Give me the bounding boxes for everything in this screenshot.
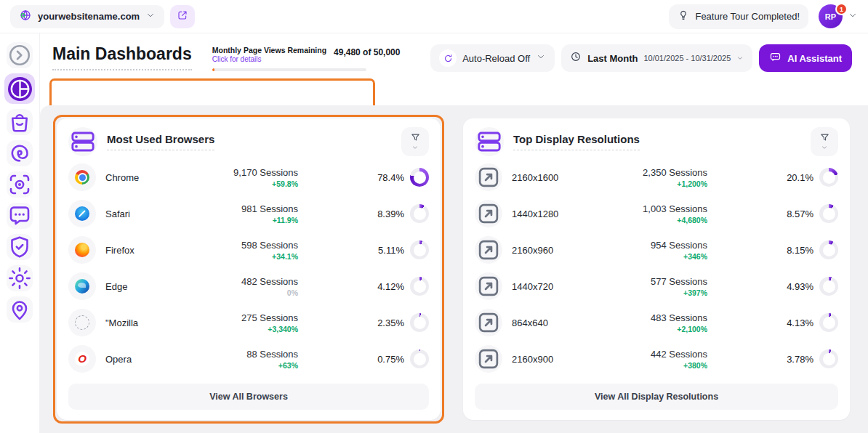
card-title: Top Display Resolutions: [513, 133, 640, 150]
row-icon-bubble: [68, 163, 96, 191]
sidebar-item-4[interactable]: [7, 171, 33, 198]
auto-reload-dropdown[interactable]: Auto-Reload Off: [430, 44, 555, 72]
collapse-arrow-icon: [7, 42, 33, 71]
user-menu[interactable]: RP 1: [819, 4, 858, 28]
percentage-value: 0.75%: [377, 354, 404, 365]
list-item[interactable]: Edge 482 Sessions 0% 4.12%: [68, 268, 429, 304]
spiral-icon: [7, 140, 33, 169]
sidebar-item-1[interactable]: [4, 73, 35, 104]
donut-chart: [410, 204, 429, 223]
percentage-value: 4.13%: [787, 317, 813, 328]
donut-chart: [410, 349, 429, 368]
list-item[interactable]: 1440x1280 1,003 Sessions +4,680% 8.57%: [475, 195, 838, 232]
sidebar-item-3[interactable]: [7, 140, 33, 166]
view-all-browsers-button[interactable]: View All Browsers: [68, 384, 429, 410]
percentage-value: 3.78%: [787, 354, 813, 365]
ai-assistant-button[interactable]: AI Assistant: [759, 44, 852, 72]
view-all-resolutions-button[interactable]: View All Display Resolutions: [475, 384, 838, 410]
sessions-value: 2,350 Sessions: [595, 167, 707, 178]
sidebar: [0, 33, 40, 433]
list-item[interactable]: Safari 981 Sessions +11.9% 8.39%: [68, 195, 429, 232]
delta-value: +1,200%: [595, 179, 707, 188]
external-link-icon: [177, 9, 188, 24]
row-icon-bubble: [68, 272, 96, 300]
row-name: 864x640: [512, 317, 548, 328]
donut-chart: [819, 349, 838, 368]
row-name: 2160x960: [512, 245, 553, 256]
row-name: Opera: [105, 354, 132, 365]
donut-chart: [819, 204, 838, 223]
open-site-button[interactable]: [170, 5, 195, 28]
sidebar-item-7[interactable]: [7, 265, 33, 291]
percentage-value: 8.15%: [787, 245, 813, 256]
sessions-value: 88 Sessions: [185, 349, 298, 360]
card-most-used-browsers: Most Used Browsers Chrome 9,170 Sessions…: [57, 118, 441, 420]
chrome-icon: [75, 170, 89, 185]
sessions-value: 442 Sessions: [595, 349, 707, 360]
filter-button[interactable]: [811, 127, 838, 156]
firefox-icon: [75, 243, 89, 257]
sessions-value: 275 Sessions: [185, 312, 298, 323]
percentage-value: 20.1%: [787, 172, 813, 183]
page-views-widget[interactable]: Monthly Page Views Remaining Click for d…: [212, 46, 401, 71]
row-name: "Mozilla: [105, 317, 138, 328]
percentage-value: 4.12%: [377, 281, 404, 292]
page-views-progress-bar: [212, 68, 366, 71]
site-selector[interactable]: yourwebsitename.com: [10, 5, 164, 28]
clock-icon: [570, 51, 582, 65]
row-name: 1440x1280: [512, 209, 558, 219]
globe-icon: [19, 9, 32, 25]
list-item[interactable]: 864x640 483 Sessions +2,100% 4.13%: [475, 304, 838, 341]
notification-badge: 1: [835, 3, 848, 15]
lightbulb-icon: [678, 9, 689, 24]
page-title: Main Dashboards: [52, 44, 192, 70]
row-icon-bubble: [68, 200, 96, 227]
feature-tour-badge[interactable]: Feature Tour Completed!: [669, 4, 808, 29]
list-item[interactable]: Chrome 9,170 Sessions +59.8% 78.4%: [68, 159, 429, 195]
row-icon-bubble: [68, 309, 96, 336]
date-range-picker[interactable]: Last Month 10/01/2025 - 10/31/2025: [561, 44, 752, 72]
list-item[interactable]: 2160x1600 2,350 Sessions +1,200% 20.1%: [475, 159, 838, 195]
sidebar-item-2[interactable]: [7, 109, 33, 135]
page-views-value: 49,480 of 50,000: [334, 47, 400, 57]
edge-icon: [75, 279, 89, 294]
resolution-icon: [475, 236, 502, 264]
resolution-icon: [475, 200, 502, 227]
content-area: Most Used Browsers Chrome 9,170 Sessions…: [40, 105, 868, 433]
filter-button[interactable]: [401, 127, 429, 156]
percentage-value: 78.4%: [377, 172, 404, 183]
list-item[interactable]: 2160x900 442 Sessions +380% 3.78%: [475, 341, 838, 377]
row-name: Edge: [105, 281, 127, 292]
delta-value: 0%: [185, 288, 298, 297]
avatar[interactable]: RP 1: [819, 4, 843, 28]
location-pin-icon: [7, 296, 33, 325]
card-title: Most Used Browsers: [107, 133, 214, 150]
chevron-down-icon: [536, 52, 546, 65]
row-name: Firefox: [105, 245, 134, 256]
row-icon-bubble: [68, 236, 96, 264]
sidebar-item-0[interactable]: [7, 42, 33, 68]
list-item[interactable]: 1440x720 577 Sessions +397% 4.93%: [475, 268, 838, 304]
sidebar-item-6[interactable]: [7, 234, 33, 260]
sidebar-item-5[interactable]: [7, 203, 33, 229]
list-item[interactable]: "Mozilla 275 Sessions +3,340% 2.35%: [68, 304, 429, 341]
percentage-value: 8.57%: [787, 209, 813, 219]
annotation-highlight-card: Most Used Browsers Chrome 9,170 Sessions…: [53, 115, 444, 424]
list-item[interactable]: O Opera 88 Sessions +63% 0.75%: [68, 341, 429, 377]
donut-chart: [410, 240, 429, 259]
list-item[interactable]: Firefox 598 Sessions +34.1% 5.11%: [68, 232, 429, 268]
sidebar-item-8[interactable]: [7, 296, 33, 323]
auto-reload-label: Auto-Reload Off: [462, 53, 530, 64]
delta-value: +397%: [595, 288, 707, 297]
chevron-down-icon: [848, 10, 858, 23]
ai-chat-icon: [769, 51, 781, 66]
percentage-value: 8.39%: [377, 209, 404, 219]
donut-chart: [819, 277, 838, 296]
list-item[interactable]: 2160x960 954 Sessions +346% 8.15%: [475, 232, 838, 268]
donut-chart: [819, 313, 838, 332]
percentage-value: 2.35%: [377, 317, 404, 328]
page-views-details-link[interactable]: Click for details: [212, 55, 326, 63]
delta-value: +63%: [185, 361, 298, 370]
resolution-icon: [475, 345, 502, 373]
row-name: 1440x720: [512, 281, 553, 292]
